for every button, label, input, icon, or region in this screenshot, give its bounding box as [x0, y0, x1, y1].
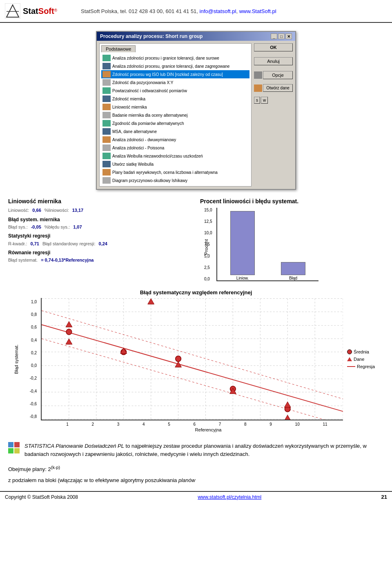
stats-section: Liniowość miernika Liniowość: 0,66 %lini…	[0, 194, 392, 285]
x-tick-1: 1	[66, 422, 69, 427]
triangle-1	[148, 298, 154, 304]
text-block-with-icon: STATISTICA Planowanie Doświadczeń PL to …	[8, 442, 384, 461]
dialog-list-item[interactable]: Zdolność procesu wg ISO lub DIN [rozkład…	[101, 70, 249, 78]
copyright-text: Copyright © StatSoft Polska 2008	[5, 494, 78, 500]
scatter-title: Błąd systematyczny względem referencyjne…	[12, 289, 380, 296]
list-item-icon	[102, 55, 111, 61]
x-tick-8: 8	[244, 422, 247, 427]
email-link[interactable]: info@statsoft.pl	[200, 8, 236, 14]
dialog-list-item[interactable]: Diagram przyczynowo-skutkowy Ishikawy	[101, 176, 249, 184]
logo-text: StatSoft®	[23, 7, 57, 16]
blad-values-row: Błąd sys.: -0,05 %błędu sys.: 1,07	[8, 224, 192, 231]
x-tick-11: 11	[323, 422, 327, 427]
svg-line-26	[42, 339, 343, 420]
company-name: StatSoft Polska	[81, 8, 117, 14]
y-scatter-tick-04: 0,4	[24, 338, 37, 342]
ok-button[interactable]: OK	[254, 43, 293, 51]
list-item-icon	[102, 136, 111, 143]
statystyki-label: Statystyki regresji	[8, 232, 50, 240]
maximize-button[interactable]: □	[278, 33, 285, 39]
legend-dane: Dane	[347, 357, 380, 362]
open-data-button[interactable]: Otwórz dane	[263, 84, 293, 92]
dialog-list-item[interactable]: MSA, dane alternatywne	[101, 127, 249, 136]
pct-liniowości-value: 13,17	[72, 207, 84, 214]
list-item-label: MSA, dane alternatywne	[112, 129, 157, 134]
cancel-button[interactable]: Anuluj	[254, 57, 293, 65]
dialog-area: Procedury analizy procesu: Short run gro…	[0, 23, 392, 194]
rownanie-label: Równanie regresji	[8, 249, 50, 257]
blad-sys-label: Błąd sys.:	[8, 224, 28, 231]
dialog-list-item[interactable]: Analiza zdolności - Poissona	[101, 144, 249, 152]
list-item-icon	[102, 161, 111, 167]
dialog-title: Procedury analizy procesu: Short run gro…	[100, 33, 203, 39]
close-button[interactable]: ✕	[285, 33, 292, 39]
w-button[interactable]: w	[261, 97, 268, 104]
bar-chart-wrapper: Procent 15,0 12,5 10,0 7,5 5,0 2,5 0,0 L…	[216, 208, 384, 281]
scatter-legend: Średnia Dane Regresja	[347, 298, 380, 420]
footer-link[interactable]: www.statsoft.pl/czytelnia.html	[198, 494, 261, 500]
list-item-label: Analiza zdolności procesu, granice toler…	[112, 64, 229, 69]
r-kwadr-row: R-kwadr.: 0,71 Błąd standardowy regresji…	[8, 240, 192, 248]
list-item-label: Zdolność dla pozycjonowania X:Y	[112, 80, 174, 85]
list-item-label: Zdolność procesu wg ISO lub DIN [rozkład…	[112, 72, 223, 77]
dialog-list-item[interactable]: Zdolność miernika	[101, 95, 249, 103]
dialog-list-item[interactable]: Badanie miernika dla oceny alternatywnej	[101, 111, 249, 119]
chart-y-ticks: 15,0 12,5 10,0 7,5 5,0 2,5 0,0	[204, 208, 212, 281]
scatter-x-ticks: 1 2 3 4 5 6 7 8 9 10 11	[55, 422, 339, 427]
dialog-list-item[interactable]: Zdolność dla pozycjonowania X:Y	[101, 78, 249, 87]
dialog-list-item[interactable]: Utwórz siatkę Weibulla	[101, 160, 249, 168]
options-button[interactable]: Opcje	[263, 71, 293, 79]
y-scatter-tick-06: 0,6	[24, 325, 37, 329]
legend-regresja-label: Regresja	[357, 364, 375, 369]
dialog-list-item[interactable]: Analiza zdolności procesu, granice toler…	[101, 62, 249, 70]
list-item-icon	[102, 104, 111, 110]
obejmuje-start: Obejmuje plany: 2	[8, 467, 51, 473]
dialog-list-item[interactable]: Analiza Weibulla niezawodności/czasu usz…	[101, 152, 249, 160]
dialog-list-item[interactable]: Powtarzalność i odtwarzalność pomiarów	[101, 87, 249, 95]
list-item-icon	[102, 87, 111, 94]
y-tick-15: 15,0	[204, 208, 212, 212]
dialog-list-item[interactable]: Plany badań wyrywkowych, ocena liczbowa …	[101, 168, 249, 176]
page-footer: Copyright © StatSoft Polska 2008 www.sta…	[0, 491, 392, 502]
dialog-list-item[interactable]: Liniowość miernika	[101, 103, 249, 111]
list-item-label: Liniowość miernika	[112, 105, 147, 109]
y-tick-10: 10,0	[204, 231, 212, 235]
minimize-button[interactable]: _	[271, 33, 277, 39]
scatter-svg: .grid-line { stroke: #ccc; stroke-width:…	[42, 298, 343, 420]
list-item-icon	[102, 63, 111, 69]
scatter-y-label-container: Błąd systemat.	[12, 298, 20, 420]
list-item-icon	[102, 112, 111, 118]
header-contact: StatSoft Polska, tel. 012 428 43 00, 601…	[81, 8, 387, 14]
list-item-icon	[102, 144, 111, 151]
scatter-y-ticks: 1,0 0,8 0,6 0,4 0,2 0,0 -0,2 -0,4 -0,6 -…	[24, 298, 37, 420]
dialog-tab[interactable]: Podstawowe	[101, 45, 136, 52]
text-paragraph-2: Obejmuje plany: 2(k-p)	[8, 464, 384, 473]
svg-rect-27	[8, 442, 13, 447]
list-item-icon	[102, 79, 111, 86]
blad-sys-value: -0,05	[31, 224, 41, 231]
scatter-y-label: Błąd systemat.	[14, 344, 19, 374]
select-cases-button[interactable]: s	[254, 97, 260, 104]
liniowość-value: 0,66	[32, 207, 41, 214]
y-tick-12.5: 12,5	[204, 219, 212, 224]
scatter-section: Błąd systematyczny względem referencyjne…	[0, 285, 392, 436]
liniowość-label: Liniowość:	[8, 207, 29, 214]
legend-regresja-icon	[347, 366, 355, 367]
dialog-list-item[interactable]: Zgodność dla pomiarów alternatywnych	[101, 119, 249, 127]
options-row: Opcje	[254, 71, 293, 79]
formula-value: = 0,74-0,13*Referencyjna	[41, 257, 94, 264]
list-item-icon	[102, 153, 111, 159]
blad-std-label: Błąd standardowy regresji:	[42, 240, 96, 248]
x-tick-4: 4	[143, 422, 145, 427]
statistica-pl-italic: STATISTICA Planowanie Doświadczeń PL	[24, 443, 124, 449]
dialog-title-buttons: _ □ ✕	[271, 33, 292, 39]
legend-srednia: Średnia	[347, 349, 380, 354]
scatter-point-3	[176, 356, 181, 362]
dialog-list-item[interactable]: Analiza zdolności - dwuwymianowy	[101, 136, 249, 144]
website-link[interactable]: www.StatSoft.pl	[239, 8, 276, 14]
text-paragraph-1: STATISTICA Planowanie Doświadczeń PL to …	[24, 442, 384, 458]
list-item-label: Analiza zdolności - dwuwymianowy	[112, 138, 176, 142]
dialog-buttons-panel: OK Anuluj Opcje Otwórz dane s w	[254, 43, 293, 187]
dialog-list-item[interactable]: Analiza zdolności procesu i granice tole…	[101, 54, 249, 62]
dialog-box: Procedury analizy procesu: Short run gro…	[96, 31, 296, 190]
